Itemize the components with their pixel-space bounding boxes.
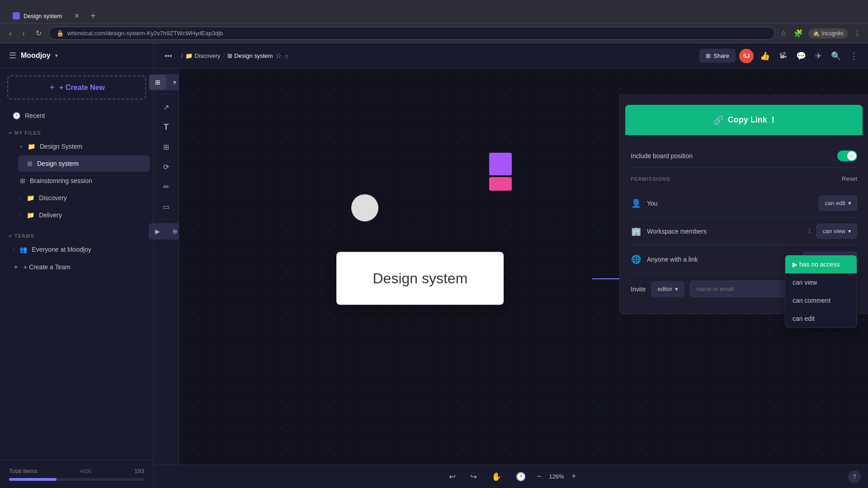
clock-icon: 🕐 <box>13 112 20 119</box>
chevron-down-invite: ▾ <box>675 286 678 292</box>
extension-button[interactable]: 🧩 <box>792 27 805 39</box>
sticky-note-1 <box>489 153 512 175</box>
chevron-right-icon: › <box>20 196 21 201</box>
thumbs-up-button[interactable]: 👍 <box>757 48 773 64</box>
zoom-level[interactable]: 126% <box>545 473 568 480</box>
left-toolbar: ⊞ ▾ ↗ T ⊞ ⟳ ✏ ▭ ▶ ⊕ <box>154 69 179 488</box>
workspace-permission-value: can view <box>822 228 845 235</box>
send-button[interactable]: ✈ <box>812 48 825 64</box>
create-new-button[interactable]: ＋ + Create New <box>7 75 146 99</box>
board-position-row: Include board position ✓ <box>631 144 857 168</box>
my-files-chevron[interactable]: ▾ <box>9 131 12 136</box>
dropdown-item-can-view[interactable]: can view <box>785 273 857 291</box>
search-button[interactable]: 🔍 <box>828 48 844 64</box>
you-label: You <box>647 200 813 207</box>
team-icon: 👥 <box>19 246 27 253</box>
active-tab[interactable]: Design system ✕ <box>5 9 87 23</box>
sidebar-item-everyone[interactable]: › 👥 Everyone at Moodjoy <box>4 241 150 258</box>
anyone-label: Anyone with a link <box>647 256 797 263</box>
breadcrumb-more-button[interactable]: ••• <box>161 50 176 62</box>
sidebar-item-delivery[interactable]: › 📁 Delivery <box>11 207 150 223</box>
dropdown-item-can-edit[interactable]: can edit <box>785 310 857 328</box>
shape-tool-button[interactable]: ▭ <box>157 197 175 216</box>
browser-nav: ‹ › ↻ 🔒 whimsical.com/design-system-Ky2s… <box>0 23 868 43</box>
board-icon-breadcrumb: ⊞ <box>227 52 232 59</box>
star-button[interactable]: ☆ <box>275 52 282 60</box>
redo-button[interactable]: ↪ <box>467 468 481 485</box>
everyone-label: Everyone at Moodjoy <box>32 246 91 253</box>
workspace-permission-row: 🏢 Workspace members 1 can view ▾ <box>631 217 857 245</box>
sidebar: ☰ Moodjoy ▾ ＋ + Create New 🕐 Recent ▾ MY… <box>0 43 154 488</box>
forward-button[interactable]: › <box>19 28 28 39</box>
presentation-button[interactable]: 📽 <box>776 48 790 63</box>
sidebar-item-design-system-folder[interactable]: ▾ 📁 Design System <box>11 138 150 155</box>
comment-button[interactable]: 💬 <box>793 48 809 64</box>
address-bar[interactable]: 🔒 whimsical.com/design-system-Ky2s7h9ZTW… <box>49 27 775 40</box>
board-position-toggle[interactable]: ✓ <box>837 150 857 161</box>
plus-icon: ＋ <box>48 83 56 92</box>
settings-button[interactable]: ○ <box>284 52 288 60</box>
invite-label: Invite <box>631 286 646 293</box>
more-header-button[interactable]: ⋮ <box>847 48 861 64</box>
pointer-tool-button[interactable]: ↗ <box>157 98 175 116</box>
refresh-button[interactable]: ↻ <box>32 27 45 39</box>
dropdown-item-no-access[interactable]: ▶ has no access <box>785 255 857 273</box>
sidebar-item-brainstorming[interactable]: ⊞ Brainstomring session <box>11 173 150 189</box>
incognito-badge: 🕵 Incognito <box>808 28 848 38</box>
copy-link-button[interactable]: 🔗 Copy Link ! <box>625 105 863 135</box>
history-button[interactable]: 🕐 <box>512 468 529 485</box>
teams-chevron[interactable]: ▾ <box>9 234 12 239</box>
workspace-chevron: ▾ <box>55 52 58 59</box>
frame-tool-button[interactable]: ⊞ <box>150 75 166 89</box>
my-files-tree: ▾ 📁 Design System ⊞ Design system ⊞ Brai… <box>7 137 153 224</box>
check-icon: ✓ <box>849 153 854 159</box>
text-tool-button[interactable]: T <box>157 118 175 136</box>
you-permission-value: can edit <box>825 200 845 206</box>
undo-button[interactable]: ↩ <box>445 468 459 485</box>
design-system-children: ⊞ Design system <box>14 155 153 172</box>
globe-icon: 🌐 <box>631 254 642 264</box>
sidebar-item-discovery[interactable]: › 📁 Discovery <box>11 190 150 206</box>
tab-close-btn[interactable]: ✕ <box>74 12 80 19</box>
zoom-control: − 126% + <box>537 472 576 481</box>
sidebar-item-design-system-board[interactable]: ⊞ Design system <box>18 155 150 172</box>
link-tool-button[interactable]: ⟳ <box>157 158 175 176</box>
sidebar-item-recent[interactable]: 🕐 Recent <box>4 108 150 124</box>
hide-btn[interactable]: HIDE <box>80 469 92 474</box>
workspace-name[interactable]: Moodjoy <box>21 52 51 60</box>
breadcrumb-folder-item[interactable]: 📁 Discovery <box>185 52 220 59</box>
recent-label: Recent <box>25 112 45 119</box>
board-icon-brain: ⊞ <box>20 177 25 184</box>
you-permission-select[interactable]: can edit ▾ <box>819 196 857 211</box>
breadcrumb-current-item[interactable]: ⊞ Design system <box>227 52 273 59</box>
zoom-out-button[interactable]: − <box>537 472 542 481</box>
bookmark-button[interactable]: ☆ <box>778 27 788 39</box>
canvas-center: Design system <box>336 252 504 305</box>
folder-icon-breadcrumb: 📁 <box>185 52 193 59</box>
permissions-header: PERMISSIONS Reset <box>631 175 857 182</box>
my-files-label: MY FILES <box>14 130 41 136</box>
sidebar-item-create-team[interactable]: ＋ + Create a Team <box>4 258 150 276</box>
user-avatar[interactable]: SJ <box>739 49 754 63</box>
play-button[interactable]: ▶ <box>150 224 166 239</box>
canvas-wrapper: ⊞ ▾ ↗ T ⊞ ⟳ ✏ ▭ ▶ ⊕ Des <box>154 69 868 488</box>
zoom-in-button[interactable]: + <box>571 472 576 481</box>
help-button[interactable]: ? <box>848 470 861 483</box>
cursor-icon: ▶ <box>793 261 799 268</box>
back-button[interactable]: ‹ <box>5 28 15 39</box>
pen-tool-button[interactable]: ✏ <box>157 178 175 196</box>
share-button[interactable]: ⊞ Share <box>699 49 736 63</box>
browser-menu-button[interactable]: ⋮ <box>852 27 863 39</box>
new-tab-button[interactable]: + <box>87 9 99 23</box>
reset-button[interactable]: Reset <box>842 175 857 182</box>
main-header: ••• / 📁 Discovery / ⊞ Design system ☆ ○ … <box>154 43 868 69</box>
hamburger-button[interactable]: ☰ <box>9 51 16 61</box>
workspace-permission-select[interactable]: can view ▾ <box>816 224 857 239</box>
dropdown-item-can-comment[interactable]: can comment <box>785 291 857 310</box>
hand-tool-button[interactable]: ✋ <box>488 468 505 485</box>
workspace-label: Workspace members <box>647 228 801 235</box>
invite-role-select[interactable]: editor ▾ <box>651 281 684 297</box>
plus-icon-team: ＋ <box>13 263 19 271</box>
share-icon: ⊞ <box>706 52 711 59</box>
grid-tool-button[interactable]: ⊞ <box>157 138 175 156</box>
